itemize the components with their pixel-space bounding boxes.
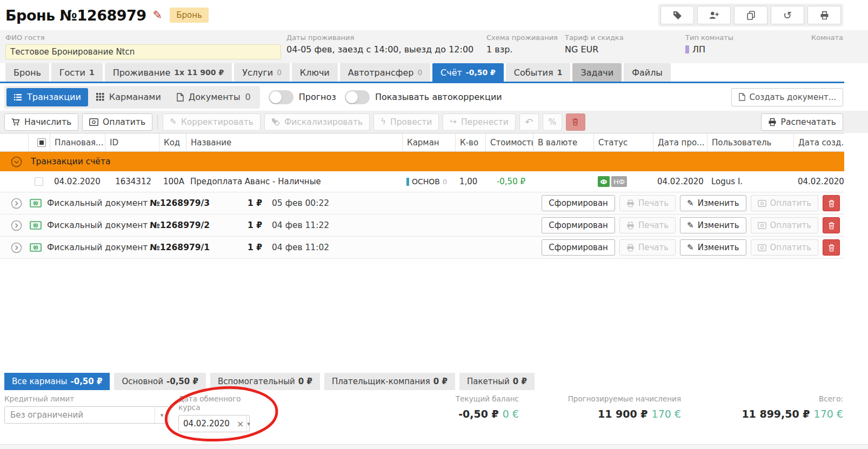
grid-icon: [96, 93, 104, 101]
print-doc-button[interactable]: Печать: [619, 217, 676, 233]
delete-doc-button[interactable]: [823, 195, 840, 211]
print-doc-button[interactable]: Печать: [619, 195, 676, 211]
column-planned-date[interactable]: Плановая...: [50, 133, 105, 151]
pay-doc-button[interactable]: Оплатить: [751, 217, 818, 233]
tab-keys[interactable]: Ключи: [292, 63, 338, 82]
account-transactions-group-row[interactable]: Транзакции счёта: [0, 152, 844, 171]
room-label: Комната: [811, 33, 843, 42]
expand-document-icon[interactable]: [11, 242, 22, 253]
view-documents-button[interactable]: Документы0: [169, 88, 258, 106]
printer-icon: [820, 11, 829, 20]
booking-tabs: Бронь Гости1 Проживание1х 11 900 ₽ Услуг…: [0, 63, 868, 82]
column-posted-date[interactable]: Дата про...: [653, 133, 707, 151]
credit-limit-select[interactable]: Без ограничений ▾: [4, 406, 169, 424]
pocket-tab-all[interactable]: Все карманы-0,50 ₽: [4, 373, 110, 390]
tab-stay[interactable]: Проживание1х 11 900 ₽: [105, 63, 232, 82]
transaction-row[interactable]: 04.02.2020 1634312 100A Предоплата Аванс…: [0, 171, 844, 192]
fiscal-doc-number: №1268979/3: [150, 198, 210, 208]
add-guest-button[interactable]: [697, 6, 731, 24]
column-created-date[interactable]: Дата созд...: [793, 133, 844, 151]
status-formed-button[interactable]: Сформирован: [542, 195, 615, 211]
fiscal-doc-amount: 1 ₽: [248, 220, 262, 230]
total-rub: 11 899,50 ₽: [742, 408, 810, 420]
charge-button[interactable]: Начислить: [4, 113, 78, 131]
tab-booking[interactable]: Бронь: [5, 63, 49, 82]
collapse-group-icon[interactable]: [11, 156, 22, 167]
column-cost[interactable]: Стоимость: [485, 133, 533, 151]
select-all-checkbox[interactable]: [28, 133, 50, 151]
create-document-button[interactable]: Создать документ...: [731, 88, 843, 106]
undo-button[interactable]: ↶: [519, 113, 539, 131]
tab-guests[interactable]: Гости1: [51, 63, 103, 82]
printer-icon: [626, 222, 635, 230]
forecast-toggle[interactable]: [269, 90, 293, 104]
forecast-charges-eur: 170 €: [652, 408, 681, 420]
trash-icon: [828, 222, 835, 230]
column-code[interactable]: Код: [159, 133, 186, 151]
pocket-tab-package[interactable]: Пакетный0 ₽: [459, 373, 535, 390]
print-doc-button[interactable]: Печать: [619, 239, 676, 256]
correct-button[interactable]: ✎Корректировать: [163, 113, 261, 131]
column-pocket[interactable]: Карман: [402, 133, 455, 151]
percent-button[interactable]: %: [543, 113, 562, 131]
tab-tasks[interactable]: Задачи: [572, 63, 622, 82]
tag-icon: [673, 11, 682, 20]
tab-events[interactable]: События1: [506, 63, 571, 82]
tags-button[interactable]: [660, 6, 694, 24]
column-currency[interactable]: В валюте: [533, 133, 593, 151]
fiscal-doc-datetime: 05 фев 00:22: [272, 198, 329, 208]
autocorrections-toggle[interactable]: [345, 90, 370, 104]
status-formed-button[interactable]: Сформирован: [542, 217, 615, 233]
pay-button[interactable]: Оплатить: [82, 113, 152, 131]
status-formed-button[interactable]: Сформирован: [542, 239, 615, 256]
expand-document-icon[interactable]: [11, 198, 22, 209]
print-button[interactable]: [807, 6, 841, 24]
transfer-button[interactable]: ↪Перенести: [443, 113, 515, 131]
view-transactions-button[interactable]: Транзакции: [6, 88, 88, 106]
delete-doc-button[interactable]: [823, 239, 840, 256]
topbar: Бронь №1268979 ✎ Бронь ↺: [0, 0, 868, 30]
edit-doc-button[interactable]: ✎Изменить: [680, 217, 746, 233]
tab-autotransfer[interactable]: Автотрансфер0: [340, 63, 430, 82]
chevron-down-icon[interactable]: ▾: [246, 416, 250, 432]
pay-doc-button[interactable]: Оплатить: [751, 195, 818, 211]
column-qty[interactable]: К-во: [455, 133, 485, 151]
fiscalize-button[interactable]: Фискализировать: [264, 113, 370, 131]
chevron-down-icon[interactable]: ▾: [155, 407, 169, 423]
view-pockets-button[interactable]: Карманами: [89, 88, 168, 106]
exchange-rate-date-field[interactable]: 04.02.2020 × ▾: [178, 415, 250, 432]
clear-date-icon[interactable]: ×: [234, 419, 246, 429]
history-icon: ↺: [783, 9, 792, 21]
fiscal-doc-amount: 1 ₽: [248, 243, 262, 252]
guest-name-input[interactable]: [5, 44, 281, 59]
edit-title-icon[interactable]: ✎: [153, 9, 163, 22]
printer-icon: [626, 244, 635, 252]
edit-doc-button[interactable]: ✎Изменить: [680, 239, 746, 256]
print-invoice-button[interactable]: Распечатать: [761, 113, 843, 131]
post-button[interactable]: ϟПровести: [373, 113, 439, 131]
current-balance-label: Текущий баланс: [389, 394, 519, 403]
transaction-actions-bar: Начислить Оплатить ✎Корректировать Фиска…: [0, 111, 868, 133]
column-name[interactable]: Название: [186, 133, 402, 151]
room-type-marker: [685, 45, 689, 53]
delete-transaction-button[interactable]: [566, 113, 585, 131]
fiscal-doc-title: Фискальный документ: [47, 198, 148, 208]
cell-user: Logus I.: [707, 177, 793, 186]
tab-services[interactable]: Услуги0: [234, 63, 290, 82]
copy-booking-button[interactable]: [734, 6, 767, 24]
column-id[interactable]: ID: [105, 133, 159, 151]
column-status[interactable]: Статус: [593, 133, 653, 151]
pocket-tab-auxiliary[interactable]: Вспомогательный0 ₽: [210, 373, 320, 390]
delete-doc-button[interactable]: [823, 217, 840, 233]
row-checkbox[interactable]: [35, 177, 43, 186]
expand-document-icon[interactable]: [11, 220, 22, 231]
tab-account[interactable]: Счёт-0,50 ₽: [432, 63, 504, 82]
edit-doc-button[interactable]: ✎Изменить: [680, 195, 746, 211]
column-user[interactable]: Пользователь: [707, 133, 793, 151]
tab-files[interactable]: Файлы: [624, 63, 671, 82]
pocket-tab-payer-company[interactable]: Плательщик-компания0 ₽: [324, 373, 455, 390]
history-button[interactable]: ↺: [771, 6, 804, 24]
pocket-tab-main[interactable]: Основной-0,50 ₽: [114, 373, 206, 390]
pay-doc-button[interactable]: Оплатить: [751, 239, 818, 256]
forecast-toggle-label: Прогноз: [299, 92, 336, 102]
